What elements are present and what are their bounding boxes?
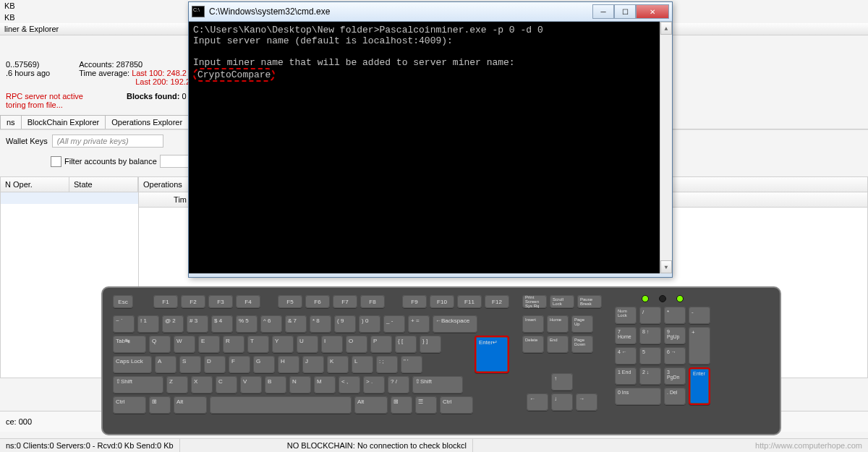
key-f: F [229,356,250,373]
th-state[interactable]: State [69,177,138,192]
key-numminus: - [689,307,710,324]
key-semicolon: : ; [376,356,398,373]
key-o: O [346,336,367,353]
balance-label: ce: 000 [6,417,32,426]
key-backspace: ←Backspace [433,315,477,333]
key-m: M [314,376,336,393]
key-f5: F5 [278,295,302,308]
cmd-line: Input server name (default is localhost:… [193,35,453,46]
key-pagedown: Page Down [571,336,593,353]
key-nummul: * [664,307,686,324]
blocks-found-label: Blocks found: [127,92,179,101]
key-f1: F1 [153,295,178,308]
key-lshift: ⇧Shift [113,376,163,393]
maximize-button[interactable]: ☐ [614,4,636,19]
restoring: toring from file... [6,101,83,109]
key-p: P [370,336,392,353]
key-b: B [265,376,286,393]
key-rctrl: Ctrl [440,396,473,414]
scrolllock-light [676,295,684,302]
tab[interactable]: Operations Explorer [105,115,189,129]
key-rwin: ⊞ [391,396,412,414]
filter-min-input[interactable] [160,155,190,168]
key-f11: F11 [457,295,482,308]
key-numdot: . Del [664,388,686,405]
accounts-value: 287850 [116,60,143,69]
key-numdiv: / [639,307,661,324]
key-7: & 7 [285,315,307,333]
key-num3: 3 PgDn [664,367,686,385]
cmd-body[interactable]: C:\Users\Kano\Desktop\New folder>Pascalc… [189,22,672,273]
key-q: Q [149,336,171,353]
key-end: End [547,336,569,353]
cmd-window[interactable]: C:\Windows\system32\cmd.exe ─ ☐ ✕ C:\Use… [188,1,673,278]
key-right: → [576,393,597,411]
key-menu: ☰ [415,396,437,414]
cmd-scrollbar[interactable]: ▲ ▼ [660,22,672,273]
key-minus: _ - [383,315,405,333]
key-v: V [240,376,262,393]
key-pageup: Page Up [571,315,593,333]
capslock-light [659,295,666,302]
keyboard-illustration: Esc F1 F2 F3 F4 F5 F6 F7 F8 F9 F10 F [101,286,781,435]
key-period: > . [363,376,385,393]
numlock-light [642,295,649,302]
key-w: W [174,336,195,353]
th-time[interactable]: Tim [139,192,192,207]
key-f9: F9 [402,295,427,308]
time-avg-label: Time average: [79,69,129,77]
key-num4: 4 ← [615,347,637,364]
key-h: H [278,356,299,373]
key-f10: F10 [430,295,454,308]
key-lwin: ⊞ [149,396,171,414]
filter-checkbox[interactable] [51,156,61,167]
keyboard-lights [615,295,710,302]
key-s: S [179,356,201,373]
table-row[interactable] [1,192,138,204]
key-f2: F2 [181,295,205,308]
key-z: Z [166,376,188,393]
key-lalt: Alt [174,396,207,414]
key-numenter-highlighted: Enter [689,367,710,405]
key-num1: 1 End [615,367,637,385]
key-k: K [327,356,349,373]
key-scrolllock: Scroll Lock [550,295,574,308]
key-f3: F3 [208,295,233,308]
key-numlock: Num Lock [615,307,637,324]
wallet-keys-dropdown[interactable]: (All my private keys) [52,135,163,148]
key-quote: " ' [401,356,422,373]
key-9: ( 9 [334,315,356,333]
key-d: D [204,356,226,373]
th-operations[interactable]: Operations [139,177,192,192]
key-f7: F7 [333,295,357,308]
key-f8: F8 [360,295,385,308]
status-bar: ns:0 Clients:0 Servers:0 - Rcvd:0 Kb Sen… [0,438,868,452]
key-tab: Tab↹ [113,336,146,353]
key-6: ^ 6 [260,315,282,333]
key-rshift: ⇧Shift [412,376,463,393]
key-num5: 5 [639,347,661,364]
key-4: $ 4 [211,315,233,333]
key-printscreen: Print Screen Sys Rq [522,295,547,308]
key-num2: 2 ↓ [639,367,661,385]
key-pause: Pause Break [577,295,602,308]
key-esc: Esc [113,295,133,308]
key-down: ↓ [551,393,573,411]
cmd-line: Input miner name that will be added to s… [193,57,515,68]
filter-label: Filter accounts by balance [64,157,157,166]
close-button[interactable]: ✕ [636,4,669,19]
key-slash: ? / [388,376,409,393]
key-j: J [302,356,324,373]
tab[interactable]: BlockChain Explorer [21,115,106,129]
tab[interactable]: ns [0,115,22,129]
minimize-button[interactable]: ─ [592,4,614,19]
cmd-titlebar[interactable]: C:\Windows\system32\cmd.exe ─ ☐ ✕ [189,2,672,22]
key-equals: + = [408,315,430,333]
wallet-keys-label: Wallet Keys [6,137,48,145]
th-noper[interactable]: N Oper. [1,177,69,192]
scroll-down-button[interactable]: ▼ [660,260,672,273]
key-y: Y [272,336,294,353]
key-f4: F4 [236,295,260,308]
key-c: C [216,376,237,393]
scroll-up-button[interactable]: ▲ [660,22,672,35]
